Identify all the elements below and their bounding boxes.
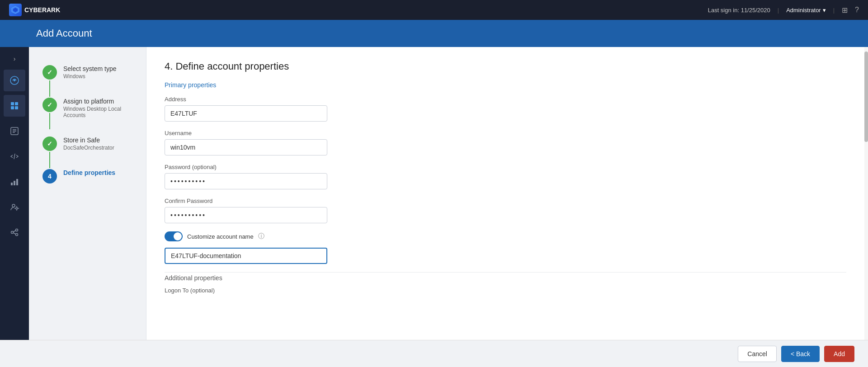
step-2-subtitle: Windows Desktop Local Accounts — [63, 106, 132, 118]
svg-point-24 — [16, 234, 18, 236]
address-input[interactable] — [165, 105, 327, 122]
form-panel: 4. Define account properties Primary pro… — [146, 47, 864, 340]
step-3-circle: ✓ — [42, 136, 57, 151]
step-2-text: Assign to platform Windows Desktop Local… — [63, 98, 132, 118]
username-label: Username — [165, 130, 846, 136]
step-1-title: Select system type — [63, 65, 117, 72]
admin-dropdown[interactable]: Administrator ▾ — [786, 7, 826, 14]
svg-point-16 — [12, 204, 15, 207]
customize-account-name-toggle[interactable] — [165, 231, 183, 241]
svg-line-12 — [14, 154, 15, 159]
sidebar-item-reports[interactable] — [4, 120, 25, 142]
logo-text: CYBERARK — [24, 6, 60, 14]
help-icon-customize[interactable]: ⓘ — [258, 232, 264, 240]
grid-icon[interactable]: ⊞ — [842, 6, 848, 14]
customize-account-name-row: Customize account name ⓘ — [165, 231, 846, 241]
wizard-steps: ✓ Select system type Windows ✓ Assign to… — [29, 47, 146, 340]
last-signin: Last sign in: 11/25/2020 — [708, 7, 770, 14]
svg-point-3 — [14, 80, 15, 81]
logo-icon — [9, 4, 22, 16]
topbar-left: CYBERARK — [9, 4, 60, 16]
step-2-circle: ✓ — [42, 98, 57, 112]
step-select-system-type: ✓ Select system type Windows — [42, 65, 132, 80]
main-content: › — [0, 47, 868, 340]
logon-to-group: Logon To (optional) — [165, 287, 846, 294]
primary-section-title: Primary properties — [165, 81, 846, 89]
sidebar-item-accounts[interactable] — [4, 95, 25, 117]
topbar-right: Last sign in: 11/25/2020 | Administrator… — [708, 6, 859, 14]
step-3-subtitle: DocSafeOrchestrator — [63, 145, 114, 151]
svg-rect-15 — [16, 179, 18, 185]
sidebar: › — [0, 47, 29, 340]
scroll-thumb — [864, 52, 868, 142]
step-3-text: Store in Safe DocSafeOrchestrator — [63, 136, 114, 151]
logon-to-label: Logon To (optional) — [165, 287, 846, 294]
sidebar-item-user-management[interactable] — [4, 196, 25, 218]
sidebar-item-analytics[interactable] — [4, 171, 25, 193]
svg-rect-5 — [15, 102, 18, 105]
username-group: Username — [165, 130, 846, 155]
svg-point-17 — [16, 207, 18, 209]
step-1-text: Select system type Windows — [63, 65, 117, 80]
back-button[interactable]: < Back — [781, 346, 820, 362]
sidebar-item-dev[interactable] — [4, 146, 25, 167]
step-4-title: Define properties — [63, 169, 115, 176]
sidebar-toggle[interactable]: › — [10, 52, 19, 66]
svg-line-26 — [14, 233, 16, 234]
cancel-button[interactable]: Cancel — [738, 346, 777, 362]
chevron-down-icon: ▾ — [823, 7, 826, 14]
step-4-text: Define properties — [63, 169, 115, 176]
form-title: 4. Define account properties — [165, 61, 846, 72]
address-label: Address — [165, 96, 846, 103]
content-area: ✓ Select system type Windows ✓ Assign to… — [29, 47, 868, 340]
step-4-circle: 4 — [42, 169, 57, 184]
step-define-properties: 4 Define properties — [42, 169, 132, 184]
step-3-title: Store in Safe — [63, 136, 114, 144]
topbar: CYBERARK Last sign in: 11/25/2020 | Admi… — [0, 0, 868, 20]
confirm-password-group: Confirm Password — [165, 198, 846, 223]
topbar-icons: ⊞ ? — [842, 6, 859, 14]
svg-point-23 — [16, 229, 18, 231]
customize-account-name-label: Customize account name — [187, 233, 254, 240]
svg-line-25 — [14, 231, 16, 232]
sidebar-item-integrations[interactable] — [4, 221, 25, 243]
svg-rect-13 — [11, 183, 13, 185]
address-group: Address — [165, 96, 846, 122]
svg-point-22 — [11, 231, 14, 234]
separator: | — [778, 7, 779, 14]
svg-rect-4 — [11, 102, 14, 105]
step-1-subtitle: Windows — [63, 73, 117, 80]
page-header: Add Account — [0, 20, 868, 47]
admin-label: Administrator — [786, 7, 821, 14]
sidebar-item-dashboard[interactable] — [4, 70, 25, 91]
step-store-in-safe: ✓ Store in Safe DocSafeOrchestrator — [42, 136, 132, 151]
help-icon[interactable]: ? — [855, 6, 859, 14]
additional-section-title: Additional properties — [165, 272, 846, 282]
page-title: Add Account — [36, 28, 92, 39]
cyberark-logo: CYBERARK — [9, 4, 60, 16]
confirm-password-label: Confirm Password — [165, 198, 846, 204]
svg-rect-6 — [11, 106, 14, 109]
step-2-title: Assign to platform — [63, 98, 132, 105]
account-name-input[interactable] — [165, 248, 327, 264]
add-button[interactable]: Add — [824, 346, 854, 362]
confirm-password-input[interactable] — [165, 207, 327, 223]
step-1-circle: ✓ — [42, 65, 57, 80]
username-input[interactable] — [165, 139, 327, 155]
svg-rect-14 — [14, 181, 15, 185]
scroll-track[interactable] — [864, 47, 868, 340]
password-label: Password (optional) — [165, 164, 846, 170]
footer: Cancel < Back Add — [0, 340, 868, 367]
svg-rect-7 — [15, 106, 18, 109]
separator2: | — [833, 7, 835, 14]
password-input[interactable] — [165, 173, 327, 189]
password-group: Password (optional) — [165, 164, 846, 189]
step-assign-to-platform: ✓ Assign to platform Windows Desktop Loc… — [42, 98, 132, 118]
